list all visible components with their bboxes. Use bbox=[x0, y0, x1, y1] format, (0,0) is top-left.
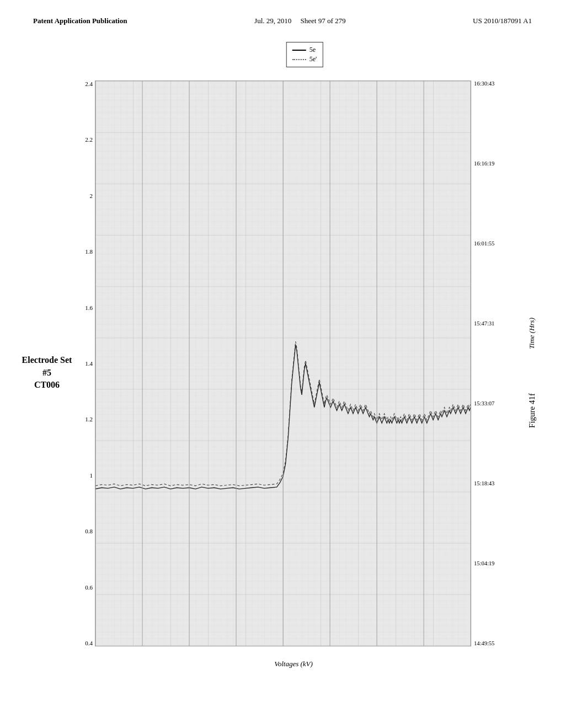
header-date-sheet: Jul. 29, 2010 Sheet 97 of 279 bbox=[254, 17, 345, 25]
legend-item-5e-prime: 5e' bbox=[292, 55, 317, 63]
chart-wrapper: 5e 5e' 2.4 2.2 2 1.8 1.6 1.4 1.2 1 0.8 0… bbox=[77, 36, 510, 709]
y-label-0_4: 0.4 bbox=[85, 640, 93, 646]
header-publication: Patent Application Publication bbox=[33, 17, 127, 25]
main-content: Electrode Set #5 CT006 5e 5e' 2.4 2.2 2 … bbox=[0, 31, 565, 715]
y-label-2_2: 2.2 bbox=[85, 136, 93, 143]
time-label-1533: 15:33:07 bbox=[474, 400, 510, 406]
header-sheet: Sheet 97 of 279 bbox=[301, 17, 346, 25]
header-patent-number: US 2010/187091 A1 bbox=[473, 17, 532, 25]
y-label-1_8: 1.8 bbox=[85, 248, 93, 255]
right-labels: Time (Hrs) Figure 41f bbox=[510, 36, 554, 709]
time-label-1449: 14:49:55 bbox=[474, 640, 510, 646]
y-label-1: 1 bbox=[90, 472, 93, 479]
time-label-1504: 15:04:19 bbox=[474, 560, 510, 566]
time-label-1518: 15:18:43 bbox=[474, 480, 510, 486]
y-label-1_4: 1.4 bbox=[85, 360, 93, 367]
y-label-2: 2 bbox=[90, 192, 93, 199]
y-label-0_6: 0.6 bbox=[85, 584, 93, 591]
chart-left-label: Electrode Set #5 CT006 bbox=[11, 36, 77, 709]
time-label-1547: 15:47:31 bbox=[474, 320, 510, 326]
legend-label-5e-prime: 5e' bbox=[310, 55, 317, 63]
header-date: Jul. 29, 2010 bbox=[254, 17, 291, 25]
time-label-1630: 16:30:43 bbox=[474, 81, 510, 87]
y-label-0_8: 0.8 bbox=[85, 528, 93, 534]
time-label-1616: 16:16:19 bbox=[474, 160, 510, 167]
y-label-1_6: 1.6 bbox=[85, 304, 93, 311]
legend-label-5e: 5e bbox=[310, 46, 316, 54]
legend-line-dotted bbox=[292, 59, 306, 60]
y-label-1_2: 1.2 bbox=[85, 416, 93, 422]
legend-line-solid bbox=[292, 50, 306, 51]
y-label-2_4: 2.4 bbox=[85, 81, 93, 87]
time-axis-labels: 16:30:43 16:16:19 16:01:55 15:47:31 15:3… bbox=[471, 81, 510, 646]
voltage-axis-label: Voltages (kV) bbox=[274, 660, 313, 668]
page-header: Patent Application Publication Jul. 29, … bbox=[0, 0, 565, 31]
chart-svg bbox=[95, 81, 471, 646]
chart-legend: 5e 5e' bbox=[286, 42, 323, 67]
electrode-label: Electrode Set #5 CT006 bbox=[17, 354, 77, 391]
y-axis-labels: 2.4 2.2 2 1.8 1.6 1.4 1.2 1 0.8 0.6 0.4 bbox=[77, 81, 95, 646]
time-label-1601: 16:01:55 bbox=[474, 240, 510, 247]
chart-panel bbox=[95, 81, 471, 646]
time-axis-label: Time (Hrs) bbox=[527, 318, 536, 349]
legend-item-5e: 5e bbox=[292, 46, 317, 54]
figure-label: Figure 41f bbox=[527, 393, 537, 428]
